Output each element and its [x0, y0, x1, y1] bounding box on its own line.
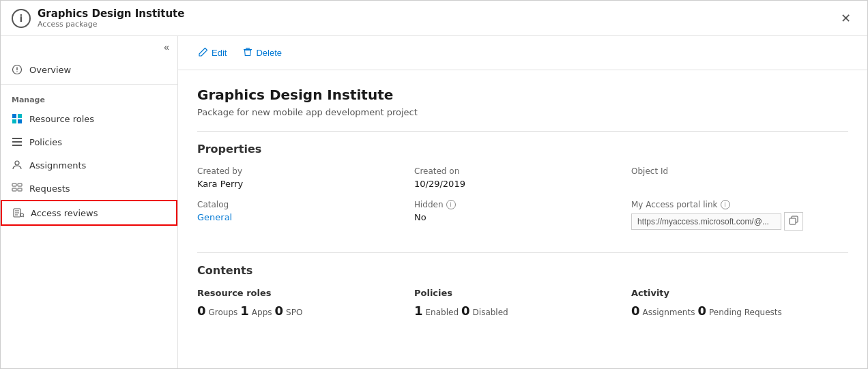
app-header: i Graphics Design Institute Access packa…: [1, 1, 867, 36]
activity-assignments-count: 0: [631, 304, 640, 318]
sidebar-item-requests[interactable]: Requests: [1, 177, 177, 200]
sidebar-item-label: Assignments: [29, 160, 86, 171]
activity-assignments-label: Assignments: [643, 308, 695, 317]
divider-1: [197, 131, 848, 132]
sidebar-item-label: Policies: [29, 137, 62, 147]
portal-link-info-icon[interactable]: i: [721, 200, 730, 209]
created-on-value: 10/29/2019: [414, 179, 631, 189]
prop-catalog: Catalog General: [197, 200, 414, 241]
sidebar-item-label: Overview: [29, 65, 71, 75]
pending-label: Pending Requests: [709, 308, 782, 317]
catalog-label: Catalog: [197, 200, 414, 209]
divider-2: [197, 252, 848, 253]
spo-label: SPO: [286, 308, 302, 317]
policies-icon: [12, 136, 23, 147]
app-body: « Overview Manage: [1, 36, 867, 368]
pending-count: 0: [697, 304, 706, 318]
portal-link-container: [631, 212, 848, 231]
resource-roles-icon: [12, 113, 23, 124]
edit-icon: [199, 47, 208, 59]
policies-stats: 1 Enabled 0 Disabled: [414, 304, 631, 318]
svg-rect-9: [12, 145, 22, 146]
svg-rect-6: [18, 119, 22, 123]
overview-icon: [12, 64, 23, 75]
content-area: Graphics Design Institute Package for ne…: [178, 70, 867, 334]
spo-count: 0: [275, 304, 284, 318]
contents-section-title: Contents: [197, 264, 848, 277]
header-left: i Graphics Design Institute Access packa…: [12, 8, 184, 29]
apps-count: 1: [240, 304, 249, 318]
sidebar-item-label: Requests: [29, 183, 70, 194]
edit-button[interactable]: Edit: [192, 43, 233, 63]
main-content: Edit Delete Graphics Design Institute: [178, 36, 867, 368]
properties-grid: Created by Kara Perry Created on 10/29/2…: [197, 166, 848, 241]
sidebar-item-assignments[interactable]: Assignments: [1, 153, 177, 177]
sidebar-item-access-reviews[interactable]: Access reviews: [1, 200, 177, 226]
prop-portal-link: My Access portal link i: [631, 200, 848, 241]
disabled-count: 0: [461, 304, 470, 318]
sidebar-item-overview[interactable]: Overview: [1, 58, 177, 81]
prop-created-on: Created on 10/29/2019: [414, 166, 631, 200]
copy-button[interactable]: [784, 212, 803, 231]
sidebar-item-resource-roles[interactable]: Resource roles: [1, 107, 177, 130]
svg-rect-13: [12, 188, 16, 191]
resource-roles-col-title: Resource roles: [197, 288, 414, 298]
groups-count: 0: [197, 304, 206, 318]
svg-point-10: [15, 161, 19, 165]
close-button[interactable]: ✕: [835, 8, 856, 29]
contents-resource-roles: Resource roles 0 Groups 1 Apps 0 SPO: [197, 288, 414, 318]
svg-rect-14: [18, 188, 22, 191]
header-subtitle: Access package: [38, 20, 184, 29]
sidebar-item-policies[interactable]: Policies: [1, 130, 177, 153]
policies-col-title: Policies: [414, 288, 631, 298]
prop-created-by: Created by Kara Perry: [197, 166, 414, 200]
svg-rect-4: [18, 114, 22, 118]
activity-col-title: Activity: [631, 288, 848, 298]
sidebar-divider: [1, 84, 177, 85]
hidden-info-icon[interactable]: i: [446, 200, 456, 209]
contents-activity: Activity 0 Assignments 0 Pending Request…: [631, 288, 848, 318]
object-id-label: Object Id: [631, 166, 848, 176]
svg-line-20: [23, 216, 24, 217]
svg-rect-3: [12, 114, 16, 118]
svg-rect-12: [18, 183, 22, 186]
access-reviews-icon: [13, 207, 24, 218]
svg-rect-8: [12, 141, 22, 143]
portal-link-label: My Access portal link i: [631, 200, 848, 209]
contents-policies: Policies 1 Enabled 0 Disabled: [414, 288, 631, 318]
header-text: Graphics Design Institute Access package: [38, 8, 184, 29]
header-title: Graphics Design Institute: [38, 8, 184, 20]
delete-button[interactable]: Delete: [236, 43, 289, 63]
svg-rect-22: [246, 48, 250, 49]
enabled-count: 1: [414, 304, 423, 318]
svg-rect-7: [12, 138, 22, 139]
enabled-label: Enabled: [426, 308, 459, 317]
sidebar-item-label: Access reviews: [31, 208, 98, 218]
delete-icon: [243, 47, 252, 59]
portal-link-input[interactable]: [631, 213, 781, 230]
created-on-label: Created on: [414, 166, 631, 176]
groups-label: Groups: [209, 308, 238, 317]
sidebar-collapse: «: [1, 36, 177, 58]
disabled-label: Disabled: [473, 308, 508, 317]
prop-object-id: Object Id: [631, 166, 848, 200]
copy-icon: [789, 216, 798, 225]
catalog-value[interactable]: General: [197, 212, 232, 222]
svg-rect-5: [12, 119, 16, 123]
prop-hidden: Hidden i No: [414, 200, 631, 241]
created-by-value: Kara Perry: [197, 179, 414, 189]
collapse-button[interactable]: «: [164, 42, 169, 53]
sidebar-item-label: Resource roles: [29, 114, 94, 124]
contents-grid: Resource roles 0 Groups 1 Apps 0 SPO Pol…: [197, 288, 848, 318]
activity-stats: 0 Assignments 0 Pending Requests: [631, 304, 848, 318]
properties-section-title: Properties: [197, 143, 848, 156]
content-subtitle: Package for new mobile app development p…: [197, 107, 848, 117]
resource-roles-stats: 0 Groups 1 Apps 0 SPO: [197, 304, 414, 318]
apps-label: Apps: [252, 308, 272, 317]
svg-point-2: [16, 71, 17, 72]
content-title: Graphics Design Institute: [197, 87, 848, 103]
requests-icon: [12, 183, 23, 194]
app-icon: i: [12, 9, 31, 28]
svg-rect-11: [12, 183, 16, 186]
sidebar: « Overview Manage: [1, 36, 178, 368]
